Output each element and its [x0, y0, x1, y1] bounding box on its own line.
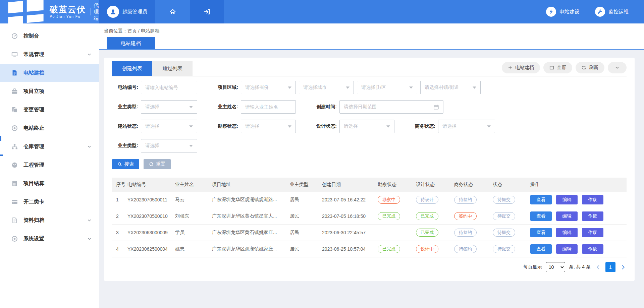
cell-owner: 姚忠 — [175, 246, 212, 252]
page-tab[interactable]: 电站建档 — [107, 37, 155, 49]
page-number-button[interactable]: 1 — [605, 262, 615, 272]
sidebar-item-project-setup[interactable]: 项目立项 — [0, 82, 99, 101]
filter-group: 业主类型:请选择 — [112, 100, 197, 114]
sidebar-item-change-mgmt[interactable]: 变更管理 — [0, 101, 99, 119]
reset-button[interactable]: 重置 — [144, 159, 171, 169]
sidebar-item-second-card[interactable]: 开二类卡 — [0, 193, 99, 211]
breadcrumb-separator: / — [137, 28, 141, 34]
dashboard-icon — [11, 33, 18, 39]
void-button[interactable]: 作废 — [582, 195, 603, 204]
filter-label: 勘察状态: — [212, 123, 241, 129]
view-button[interactable]: 查看 — [530, 228, 552, 237]
sidebar-item-engineering-mgmt[interactable]: 工程管理 — [0, 156, 99, 174]
village-select[interactable]: 请选择村镇/街道 — [420, 81, 481, 94]
next-page-button[interactable] — [619, 263, 627, 271]
status-badge: 待签约 — [454, 245, 477, 253]
business-status-select[interactable]: 请选择 — [438, 120, 495, 133]
header-nav-station-build[interactable]: 电站建设 — [546, 7, 580, 17]
breadcrumb-home[interactable]: 首页 — [127, 28, 137, 34]
cell-index: 3 — [112, 230, 127, 235]
sidebar-item-station-archive[interactable]: 电站建档 — [0, 64, 99, 82]
cell-created: 2023-06-30 22:45:57 — [322, 230, 378, 235]
refresh-button[interactable]: 刷新 — [576, 62, 604, 73]
status-badge: 勘察中 — [378, 196, 400, 204]
briefcase-icon — [11, 88, 18, 95]
edit-button[interactable]: 编辑 — [556, 195, 578, 204]
tab-create-list[interactable]: 创建列表 — [112, 61, 152, 76]
home-button[interactable] — [155, 0, 190, 23]
per-page-select[interactable]: 10 — [546, 262, 565, 272]
sidebar-item-console[interactable]: 控制台 — [0, 27, 99, 45]
cell-business-status: 待签约 — [454, 229, 493, 237]
column-header: 电站编号 — [127, 182, 175, 188]
logout-button[interactable] — [190, 0, 224, 23]
station-code-input[interactable] — [141, 81, 197, 94]
cell-created: 2023-07-05 16:42:22 — [322, 197, 378, 202]
sidebar-scroll-indicator — [0, 155, 3, 156]
status-badge: 已完成 — [378, 245, 400, 253]
search-button[interactable]: 搜索 — [112, 159, 139, 169]
column-header: 设计状态 — [416, 182, 454, 188]
chevron-left-icon — [596, 265, 601, 270]
cell-design-status: 待设计 — [416, 196, 454, 204]
content-body: 创建列表通过列表 电站建档全屏刷新 电站编号:项目区域:请选择省份请选择城市请选… — [99, 50, 644, 308]
logo[interactable]: 破茧云伏 Po Jian Yun Fu 代理端 — [0, 0, 99, 23]
cell-created: 2023-06-25 10:57:04 — [322, 246, 378, 252]
sidebar-item-warehouse-mgmt[interactable]: 仓库管理 — [0, 137, 99, 156]
sidebar-item-project-settlement[interactable]: 项目结算 — [0, 174, 99, 193]
user-menu[interactable]: 超级管理员 — [99, 0, 155, 23]
design-status-select[interactable]: 请选择 — [339, 120, 394, 133]
owner-name-input[interactable] — [241, 100, 296, 114]
pagination: 每页显示 10 条, 共 4 条 1 — [112, 262, 627, 272]
void-button[interactable]: 作废 — [582, 244, 603, 254]
content: 当前位置：首页 / 电站建档 电站建档 创建列表通过列表 电站建档全屏刷新 电站… — [99, 23, 644, 308]
cell-index: 1 — [112, 197, 127, 202]
status-badge: 待提交 — [493, 229, 515, 237]
search-button-label: 搜索 — [124, 161, 134, 167]
view-button[interactable]: 查看 — [530, 195, 552, 204]
placeholder-text: 请选择城市 — [303, 84, 327, 90]
home-icon — [169, 8, 176, 15]
gauge-icon — [11, 162, 18, 168]
city-select[interactable]: 请选择城市 — [299, 81, 354, 94]
placeholder-text: 请选择 — [145, 104, 159, 110]
build-status-select[interactable]: 请选择 — [141, 120, 197, 133]
cell-type: 居民 — [290, 197, 322, 203]
cell-type: 居民 — [290, 246, 322, 252]
district-select[interactable]: 请选择县/区 — [357, 81, 417, 94]
cell-code: YX2023070500011 — [127, 197, 175, 202]
view-button[interactable]: 查看 — [530, 211, 552, 221]
filter-group: 创建时间:请选择日期范围 — [311, 100, 443, 114]
fullscreen-button[interactable]: 全屏 — [543, 62, 572, 73]
void-button[interactable]: 作废 — [582, 228, 603, 237]
placeholder-text: 请选择日期范围 — [344, 104, 377, 110]
placeholder-text: 请选择村镇/街道 — [425, 84, 459, 90]
sidebar-item-station-terminate[interactable]: 电站终止 — [0, 119, 99, 137]
view-button[interactable]: 查看 — [530, 244, 552, 254]
more-button[interactable] — [608, 62, 627, 73]
caret-down-icon — [288, 125, 291, 128]
survey-status-select[interactable]: 请选择 — [241, 120, 296, 133]
per-page-label: 每页显示 — [523, 264, 542, 270]
cell-type: 居民 — [290, 230, 322, 236]
header-nav-monitor-ops[interactable]: 监控运维 — [595, 7, 629, 17]
sidebar-item-general-mgmt[interactable]: 常规管理 — [0, 45, 99, 64]
sidebar-item-data-archive[interactable]: 资料归档 — [0, 211, 99, 230]
tab-pass-list[interactable]: 通过列表 — [152, 61, 193, 76]
owner-type-select[interactable]: 请选择 — [141, 100, 197, 114]
void-button[interactable]: 作废 — [582, 211, 603, 221]
fullscreen-icon — [549, 65, 554, 70]
prev-page-button[interactable] — [594, 263, 602, 271]
user-name: 超级管理员 — [122, 9, 148, 15]
wrench-icon-circle — [595, 7, 605, 17]
placeholder-text: 请选择 — [442, 123, 457, 129]
edit-button[interactable]: 编辑 — [556, 244, 578, 254]
edit-button[interactable]: 编辑 — [556, 228, 578, 237]
create-station-button[interactable]: 电站建档 — [502, 62, 540, 73]
sidebar-item-system-settings[interactable]: 系统设置 — [0, 230, 99, 248]
create-time-range[interactable]: 请选择日期范围 — [339, 100, 443, 114]
owner-type-select-2[interactable]: 请选择 — [141, 139, 197, 152]
edit-button[interactable]: 编辑 — [556, 211, 578, 221]
cell-code: YX2023070500010 — [127, 213, 175, 219]
province-select[interactable]: 请选择省份 — [241, 81, 296, 94]
